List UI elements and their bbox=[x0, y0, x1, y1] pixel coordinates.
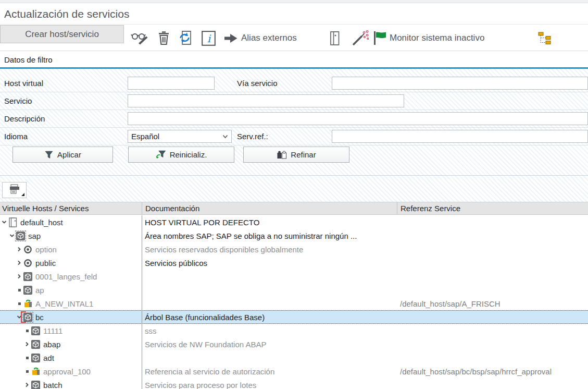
reference-service-cell: /default_host/sap/bc/bsp/sap/hrrcf_appro… bbox=[397, 364, 588, 378]
col-header-referenz[interactable]: Referenz Service bbox=[397, 202, 588, 214]
door-icon bbox=[8, 217, 18, 227]
filter-row-servicio: Servicio bbox=[0, 92, 588, 110]
print-button[interactable] bbox=[2, 182, 27, 198]
expand-node-icon[interactable] bbox=[16, 273, 23, 280]
table-row[interactable]: batchServicios para proceso por lotes bbox=[0, 378, 588, 389]
expand-node-icon[interactable] bbox=[16, 259, 23, 266]
puzzle-icon bbox=[277, 150, 287, 160]
reference-service-cell bbox=[397, 215, 588, 229]
reference-service-cell bbox=[397, 337, 588, 351]
descripcion-input[interactable] bbox=[128, 112, 588, 125]
page-title: Actualización de servicios bbox=[0, 4, 588, 20]
service-name: public bbox=[35, 259, 56, 268]
idioma-select[interactable]: Español bbox=[128, 130, 232, 143]
documentation-cell bbox=[142, 283, 397, 297]
table-row[interactable]: A_NEW_INTAL1/default_host/sap/A_FRISCH bbox=[0, 297, 588, 310]
col-header-hosts[interactable]: Virtuelle Hosts / Services bbox=[0, 204, 142, 213]
tree-cell: abap bbox=[0, 337, 142, 351]
expand-node-icon[interactable] bbox=[16, 246, 23, 253]
funnel-icon bbox=[44, 150, 54, 160]
descripcion-label: Descripción bbox=[4, 114, 45, 123]
leaf-bullet bbox=[18, 289, 21, 291]
collapse-node-icon[interactable] bbox=[1, 218, 8, 226]
refine-filter-button[interactable]: Refinar bbox=[243, 147, 349, 163]
external-alias-arrow-icon[interactable] bbox=[224, 25, 238, 51]
leaf-bullet bbox=[26, 330, 29, 332]
table-row[interactable]: default_hostHOST VIRTUAL POR DEFECTO bbox=[0, 215, 588, 229]
leaf-bullet bbox=[23, 354, 31, 361]
filter-panel: Datos de filtro Host virtual Vía servici… bbox=[0, 51, 588, 179]
apply-button-label: Aplicar bbox=[57, 150, 81, 159]
documentation-cell bbox=[142, 297, 397, 310]
leaf-bullet bbox=[26, 370, 29, 373]
focus-marker bbox=[21, 311, 26, 323]
new-session-icon[interactable] bbox=[330, 25, 344, 51]
host-virtual-input[interactable] bbox=[128, 77, 215, 90]
table-row[interactable]: abapServicios de NW Foundation ABAP bbox=[0, 337, 588, 351]
collapse-node-icon[interactable] bbox=[8, 232, 16, 239]
table-row[interactable]: optionServicios reservados disponibles g… bbox=[0, 242, 588, 256]
refresh-icon[interactable] bbox=[178, 25, 194, 51]
delete-icon[interactable] bbox=[157, 25, 171, 51]
monitor-inactive-label[interactable]: Monitor sistema inactivo bbox=[390, 25, 484, 51]
tree-cell: default_host bbox=[0, 215, 142, 229]
cube-icon bbox=[31, 380, 41, 389]
service-name: adt bbox=[43, 354, 54, 362]
wizard-wand-icon[interactable] bbox=[352, 25, 369, 51]
reference-service-cell bbox=[397, 242, 588, 256]
via-servicio-input[interactable] bbox=[332, 77, 588, 90]
leaf-bullet bbox=[18, 302, 21, 305]
documentation-cell: Referencia al servicio de autorización bbox=[142, 364, 397, 378]
alias-externos-label[interactable]: Alias externos bbox=[241, 25, 297, 51]
table-row[interactable]: 11111sss bbox=[0, 324, 588, 337]
tree-cell: option bbox=[0, 242, 142, 256]
cube-icon bbox=[23, 312, 33, 322]
table-row[interactable]: ap bbox=[0, 283, 588, 297]
service-name: 11111 bbox=[43, 326, 62, 335]
documentation-cell: Área nombres SAP; SAP se obliga a no sum… bbox=[142, 229, 397, 242]
table-row[interactable]: bcÁrbol Base (funcionalidades Base) bbox=[0, 310, 588, 324]
service-name: abap bbox=[43, 340, 60, 349]
display-change-icon[interactable] bbox=[131, 25, 149, 51]
tree-cell: approval_100 bbox=[0, 364, 142, 378]
expand-node-icon[interactable] bbox=[23, 341, 31, 348]
documentation-cell: Servicios de NW Foundation ABAP bbox=[142, 337, 397, 351]
reference-service-cell bbox=[397, 324, 588, 337]
sicf-screen: Actualización de servicios Crear host/se… bbox=[0, 0, 588, 389]
reference-service-cell bbox=[397, 351, 588, 364]
serv-ref-input[interactable] bbox=[332, 130, 588, 143]
cube-icon bbox=[23, 285, 33, 295]
monitor-flag-icon[interactable] bbox=[373, 25, 387, 51]
idioma-label: Idioma bbox=[4, 132, 28, 141]
hierarchy-tree-icon[interactable] bbox=[537, 25, 553, 51]
info-icon[interactable]: i bbox=[202, 25, 216, 51]
create-host-service-button[interactable]: Crear host/servicio bbox=[0, 25, 124, 43]
table-row[interactable]: sapÁrea nombres SAP; SAP se obliga a no … bbox=[0, 229, 588, 242]
printer-icon bbox=[9, 184, 20, 194]
expand-node-icon[interactable] bbox=[23, 381, 31, 388]
top-strip bbox=[0, 0, 588, 3]
reset-filter-button[interactable]: Reinicializ. bbox=[128, 147, 234, 163]
service-name: 0001_langes_feld bbox=[35, 272, 97, 281]
tree-cell: sap bbox=[0, 229, 142, 242]
service-name: ap bbox=[35, 286, 44, 295]
table-row[interactable]: publicServicios públicos bbox=[0, 256, 588, 270]
servicio-input[interactable] bbox=[128, 94, 404, 107]
application-toolbar: Crear host/servicio i Alias externos Mon… bbox=[0, 25, 588, 51]
apply-filter-button[interactable]: Aplicar bbox=[12, 147, 113, 163]
col-header-documentacion[interactable]: Documentación bbox=[142, 202, 397, 214]
service-name: option bbox=[35, 245, 57, 254]
documentation-cell: Servicios públicos bbox=[142, 256, 397, 270]
leaf-bullet bbox=[16, 286, 23, 294]
idioma-selected-value: Español bbox=[131, 132, 159, 141]
reference-service-cell bbox=[397, 283, 588, 297]
table-row[interactable]: 0001_langes_feld bbox=[0, 270, 588, 283]
filter-row-descripcion: Descripción bbox=[0, 110, 588, 128]
tree-cell: public bbox=[0, 256, 142, 270]
table-row[interactable]: adt bbox=[0, 351, 588, 364]
service-tree: default_hostHOST VIRTUAL POR DEFECTOsapÁ… bbox=[0, 215, 588, 389]
leaf-bullet bbox=[23, 327, 31, 334]
table-row[interactable]: approval_100Referencia al servicio de au… bbox=[0, 364, 588, 378]
documentation-cell bbox=[142, 351, 397, 364]
services-table: Virtuelle Hosts / Services Documentación… bbox=[0, 202, 588, 389]
